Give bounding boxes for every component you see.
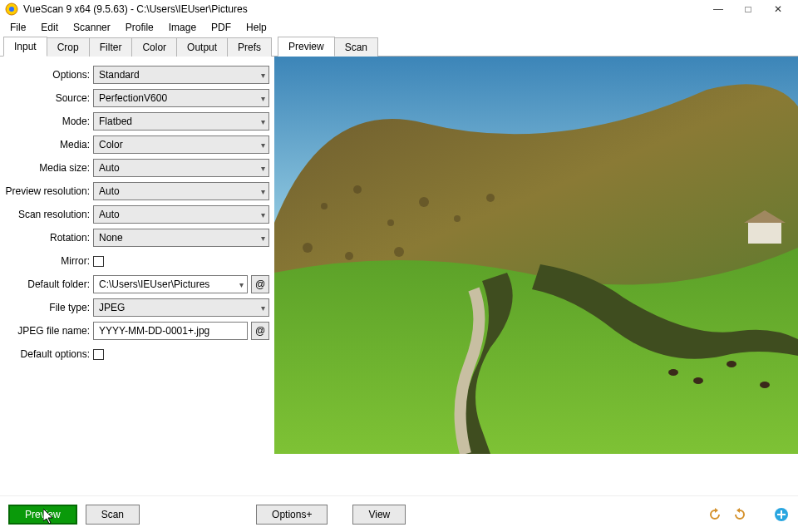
maximize-button[interactable]: □ [733, 3, 763, 15]
tab-filter[interactable]: Filter [89, 37, 133, 57]
tab-crop[interactable]: Crop [47, 37, 90, 57]
chevron-down-icon: ▾ [261, 164, 265, 173]
tab-scan[interactable]: Scan [334, 37, 378, 57]
mirror-checkbox[interactable] [93, 256, 104, 267]
scan-res-combo[interactable]: Auto▾ [93, 205, 269, 224]
rotation-label: Rotation: [5, 232, 93, 244]
row-scan-res: Scan resolution: Auto▾ [5, 203, 269, 226]
default-folder-browse-button[interactable]: @ [251, 275, 269, 293]
chevron-down-icon: ▾ [261, 210, 265, 219]
default-options-checkbox[interactable] [93, 349, 104, 360]
chevron-down-icon: ▾ [261, 234, 265, 243]
menu-image[interactable]: Image [162, 20, 203, 35]
right-tabs: Preview Scan [274, 37, 798, 57]
svg-point-7 [387, 219, 394, 226]
default-folder-combo[interactable]: C:\Users\IEUser\Pictures▾ [93, 275, 248, 293]
file-type-combo[interactable]: JPEG▾ [93, 298, 269, 317]
titlebar: VueScan 9 x64 (9.5.63) - C:\Users\IEUser… [0, 0, 798, 18]
window-title: VueScan 9 x64 (9.5.63) - C:\Users\IEUser… [23, 3, 703, 15]
svg-point-1 [9, 7, 14, 12]
jpeg-name-input[interactable]: YYYY-MM-DD-0001+.jpg [93, 322, 248, 340]
svg-point-14 [668, 369, 678, 376]
menu-profile[interactable]: Profile [119, 20, 160, 35]
preview-button[interactable]: Preview [8, 505, 77, 525]
media-size-combo[interactable]: Auto▾ [93, 159, 269, 177]
menu-edit[interactable]: Edit [34, 20, 65, 35]
chevron-down-icon: ▾ [261, 303, 265, 313]
menubar: File Edit Scanner Profile Image PDF Help [0, 18, 798, 37]
content: Input Crop Filter Color Output Prefs Opt… [0, 37, 798, 495]
svg-point-15 [693, 377, 703, 384]
options-combo[interactable]: Standard▾ [93, 66, 269, 84]
source-combo[interactable]: PerfectionV600▾ [93, 89, 269, 107]
row-mirror: Mirror: [5, 249, 269, 273]
media-value: Color [99, 139, 123, 150]
menu-scanner[interactable]: Scanner [66, 20, 117, 35]
menu-pdf[interactable]: PDF [204, 20, 238, 35]
chevron-down-icon: ▾ [261, 187, 265, 196]
svg-point-6 [353, 185, 362, 194]
preview-res-label: Preview resolution: [5, 185, 93, 197]
scan-button[interactable]: Scan [86, 505, 140, 525]
rotation-value: None [99, 232, 123, 244]
close-button[interactable]: ✕ [763, 3, 793, 15]
menu-file[interactable]: File [3, 20, 32, 35]
mode-label: Mode: [5, 116, 93, 127]
preview-image [274, 57, 798, 454]
default-folder-value: C:\Users\IEUser\Pictures [99, 278, 209, 290]
input-form: Options: Standard▾ Source: PerfectionV60… [0, 57, 274, 495]
left-panel: Input Crop Filter Color Output Prefs Opt… [0, 37, 274, 495]
row-jpeg-name: JPEG file name: YYYY-MM-DD-0001+.jpg @ [5, 319, 269, 342]
media-label: Media: [5, 139, 93, 150]
chevron-down-icon: ▾ [261, 140, 265, 150]
svg-point-11 [303, 243, 313, 253]
rotation-combo[interactable]: None▾ [93, 229, 269, 247]
left-tabs: Input Crop Filter Color Output Prefs [0, 37, 274, 57]
scan-res-label: Scan resolution: [5, 209, 93, 220]
source-label: Source: [5, 92, 93, 104]
tab-output[interactable]: Output [176, 37, 228, 57]
right-panel: Preview Scan [274, 37, 798, 495]
row-source: Source: PerfectionV600▾ [5, 86, 269, 110]
view-button[interactable]: View [352, 505, 406, 525]
tab-prefs[interactable]: Prefs [227, 37, 272, 57]
svg-point-13 [394, 247, 404, 257]
preview-res-combo[interactable]: Auto▾ [93, 182, 269, 200]
menu-help[interactable]: Help [239, 20, 273, 35]
rotate-left-icon[interactable] [707, 506, 723, 523]
svg-point-9 [454, 215, 461, 222]
svg-point-12 [345, 252, 353, 260]
chevron-down-icon: ▾ [261, 117, 265, 126]
chevron-down-icon: ▾ [261, 71, 265, 80]
svg-rect-3 [748, 223, 781, 244]
default-folder-label: Default folder: [5, 278, 93, 290]
row-media: Media: Color▾ [5, 133, 269, 156]
media-combo[interactable]: Color▾ [93, 135, 269, 154]
options-plus-button[interactable]: Options+ [256, 505, 328, 525]
row-file-type: File type: JPEG▾ [5, 296, 269, 319]
row-default-folder: Default folder: C:\Users\IEUser\Pictures… [5, 273, 269, 296]
preview-area [274, 57, 798, 495]
jpeg-name-label: JPEG file name: [5, 325, 93, 337]
svg-point-5 [321, 203, 328, 209]
row-preview-res: Preview resolution: Auto▾ [5, 180, 269, 203]
mode-combo[interactable]: Flatbed▾ [93, 112, 269, 131]
jpeg-name-browse-button[interactable]: @ [251, 322, 269, 340]
minimize-button[interactable]: — [703, 3, 733, 15]
add-icon[interactable] [773, 506, 790, 523]
chevron-down-icon: ▾ [261, 94, 265, 103]
tab-input[interactable]: Input [3, 37, 47, 57]
default-options-label: Default options: [5, 348, 93, 360]
tab-color[interactable]: Color [131, 37, 177, 57]
row-default-options: Default options: [5, 342, 269, 366]
rotate-right-icon[interactable] [732, 506, 748, 523]
source-value: PerfectionV600 [99, 92, 167, 104]
file-type-label: File type: [5, 302, 93, 313]
preview-res-value: Auto [99, 185, 120, 197]
chevron-down-icon: ▾ [239, 280, 244, 289]
jpeg-name-value: YYYY-MM-DD-0001+.jpg [99, 325, 209, 337]
svg-point-10 [486, 194, 495, 202]
tab-preview[interactable]: Preview [278, 37, 335, 57]
options-label: Options: [5, 69, 93, 81]
row-options: Options: Standard▾ [5, 63, 269, 86]
